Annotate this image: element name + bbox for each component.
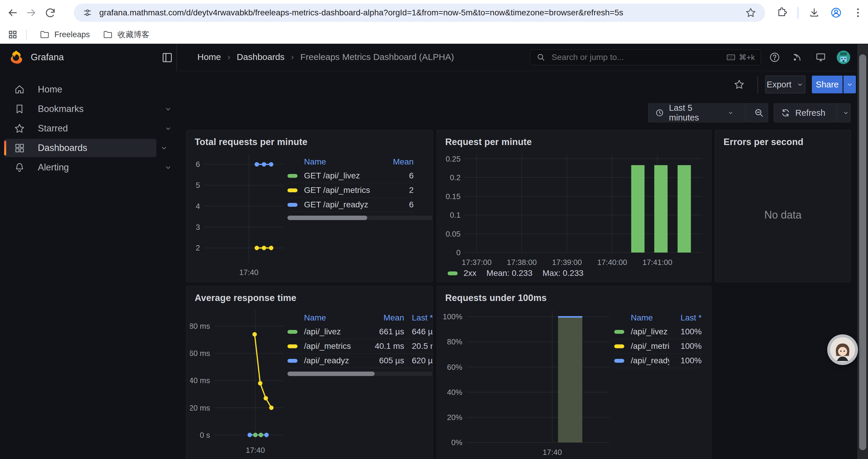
search-box[interactable]: ⌘+k	[530, 49, 761, 65]
browser-menu-icon[interactable]	[852, 7, 864, 19]
browser-actions	[776, 0, 864, 25]
share-button[interactable]: Share	[812, 76, 843, 93]
zoom-out-button[interactable]	[750, 104, 768, 122]
reload-icon	[44, 7, 56, 19]
legend-series-row[interactable]: /api/_readyz100%	[614, 353, 702, 368]
legend-series-row[interactable]: /api/_metrics100%	[614, 339, 702, 353]
segment-divider	[837, 104, 837, 122]
svg-text:3: 3	[196, 223, 200, 232]
svg-text:4: 4	[196, 202, 200, 210]
url-bar[interactable]	[74, 4, 765, 22]
svg-text:20%: 20%	[447, 413, 462, 422]
legend-scrollbar-thumb[interactable]	[287, 371, 375, 376]
sidebar-item-starred[interactable]: Starred	[4, 119, 172, 138]
panel-title[interactable]: Requests under 100ms	[445, 293, 547, 303]
svg-text:17:40:00: 17:40:00	[597, 258, 627, 267]
user-avatar[interactable]	[837, 51, 850, 64]
avg-response-legend: NameMeanLast */api/_livez661 µs646 µs/ap…	[287, 311, 433, 376]
legend-series-row[interactable]: GET /api/_metrics2	[287, 183, 414, 197]
browser-reload-button[interactable]	[41, 3, 60, 22]
bookmark-folder-blogs[interactable]: 收藏博客	[103, 29, 150, 40]
chevron-down-icon[interactable]	[162, 100, 174, 118]
under-100ms-chart[interactable]: 100%80%60%40%20%0%17:40	[442, 306, 613, 458]
panel-title[interactable]: Average response time	[195, 293, 296, 303]
downloads-icon[interactable]	[808, 7, 820, 19]
svg-text:80%: 80%	[447, 337, 462, 346]
total-requests-chart[interactable]: 6543217:40	[190, 149, 287, 278]
rss-icon	[791, 52, 803, 63]
legend-series-row[interactable]: /api/_metrics40.1 ms20.5 ms	[287, 339, 433, 353]
svg-text:0.1: 0.1	[450, 210, 461, 220]
news-rss-button[interactable]	[790, 51, 804, 64]
export-button[interactable]: Export	[765, 76, 805, 93]
series-color-pill	[287, 345, 298, 348]
sidebar-item-dashboards[interactable]: Dashboards	[4, 139, 156, 157]
browser-forward-button[interactable]	[22, 3, 41, 22]
clock-icon	[655, 108, 664, 118]
chevron-down-icon	[846, 80, 854, 88]
bookmark-star-icon[interactable]	[745, 7, 756, 18]
sidebar: Home Bookmarks Starred Dashboards Alerti…	[0, 71, 176, 459]
panel-title[interactable]: Total requests per minute	[195, 137, 308, 147]
breadcrumb-dashboards[interactable]: Dashboards	[237, 52, 284, 62]
series-color-pill	[287, 203, 298, 207]
sidebar-item-home[interactable]: Home	[4, 80, 172, 99]
chevron-down-icon[interactable]	[162, 158, 174, 177]
svg-text:2: 2	[196, 243, 200, 252]
sidebar-item-bookmarks[interactable]: Bookmarks	[4, 100, 172, 118]
legend-series-row[interactable]: GET /api/_livez6	[287, 169, 414, 183]
chevron-down-icon[interactable]	[162, 119, 174, 138]
dashboards-grid-icon	[13, 141, 26, 155]
extensions-icon[interactable]	[776, 7, 788, 19]
refresh-interval-dropdown[interactable]	[841, 104, 850, 122]
browser-back-button[interactable]	[3, 3, 22, 22]
time-range-picker[interactable]: Last 5 minutes	[649, 104, 740, 122]
search-icon	[536, 53, 546, 62]
breadcrumb-current: Freeleaps Metrics Dashboard (ALPHA)	[300, 52, 454, 62]
scrollbar-thumb[interactable]	[859, 54, 866, 450]
panel-errors-per-second: Errors per second No data	[715, 130, 851, 282]
page-scrollbar[interactable]	[857, 44, 868, 459]
grafana-logo[interactable]	[8, 50, 24, 65]
avg-response-chart[interactable]: 80 ms60 ms40 ms20 ms0 s17:40	[190, 305, 287, 456]
back-arrow-icon	[6, 7, 18, 19]
chevron-down-icon	[796, 80, 804, 88]
legend-scrollbar-thumb[interactable]	[287, 216, 367, 220]
bookmark-folder-freeleaps[interactable]: Freeleaps	[39, 30, 90, 40]
series-color-pill	[287, 174, 298, 178]
breadcrumb-home[interactable]: Home	[197, 52, 221, 62]
series-color-pill	[614, 345, 624, 348]
sidebar-item-alerting[interactable]: Alerting	[4, 158, 172, 177]
forward-arrow-icon	[25, 7, 37, 19]
svg-text:60 ms: 60 ms	[190, 349, 210, 358]
share-dropdown-button[interactable]	[843, 76, 856, 93]
assistant-avatar[interactable]	[827, 334, 858, 365]
series-color-pill	[614, 359, 624, 363]
legend-series-row[interactable]: /api/_livez661 µs646 µs	[287, 325, 433, 339]
help-button[interactable]	[768, 51, 781, 64]
legend-series-row[interactable]: GET /api/_readyz6	[287, 197, 414, 212]
svg-text:0%: 0%	[451, 438, 462, 447]
search-input[interactable]	[551, 52, 726, 62]
legend-scrollbar[interactable]	[287, 371, 433, 376]
legend-scrollbar[interactable]	[287, 216, 433, 220]
request-per-minute-chart[interactable]: 0.250.20.150.10.05017:37:0017:38:0017:39…	[442, 149, 706, 268]
svg-text:17:37:00: 17:37:00	[462, 258, 492, 267]
legend-series-2xx[interactable]: 2xx	[447, 268, 476, 278]
profile-icon[interactable]	[830, 7, 842, 19]
favorite-dashboard-button[interactable]	[733, 78, 745, 92]
legend-series-row[interactable]: /api/_readyz605 µs620 µs	[287, 353, 433, 368]
panel-title[interactable]: Request per minute	[445, 137, 532, 147]
legend-series-row[interactable]: /api/_livez100%	[614, 325, 702, 339]
url-input[interactable]	[99, 8, 745, 18]
panel-total-requests: Total requests per minute 6543217:40 Nam…	[186, 130, 433, 282]
chevron-down-icon[interactable]	[158, 139, 170, 157]
apps-grid-icon[interactable]	[8, 30, 18, 40]
legend-header: NameMeanLast *	[287, 311, 433, 325]
site-settings-icon[interactable]	[82, 7, 93, 18]
zoom-out-icon	[754, 107, 764, 118]
refresh-button[interactable]: Refresh	[774, 104, 832, 122]
kiosk-mode-button[interactable]	[814, 51, 827, 64]
sidebar-toggle-icon[interactable]	[161, 52, 174, 65]
panel-title[interactable]: Errors per second	[723, 137, 803, 147]
